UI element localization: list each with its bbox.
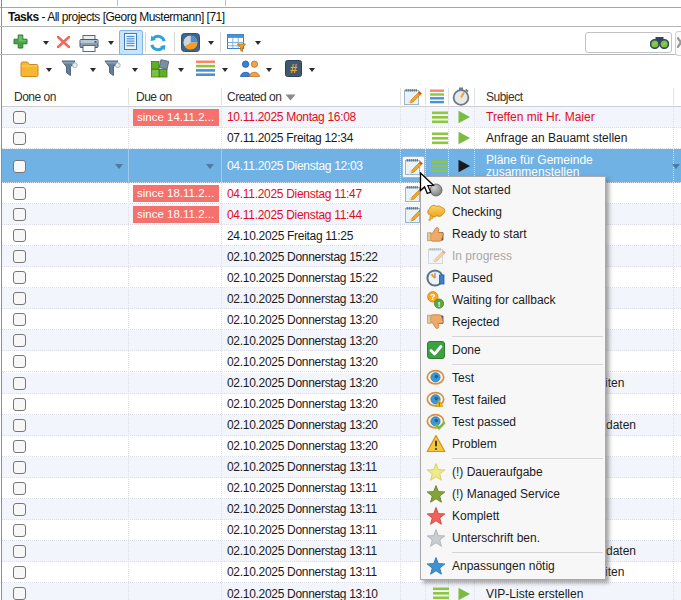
svg-text:!: !	[438, 300, 441, 309]
svg-text:#: #	[290, 61, 298, 76]
svg-text:?: ?	[430, 292, 436, 302]
